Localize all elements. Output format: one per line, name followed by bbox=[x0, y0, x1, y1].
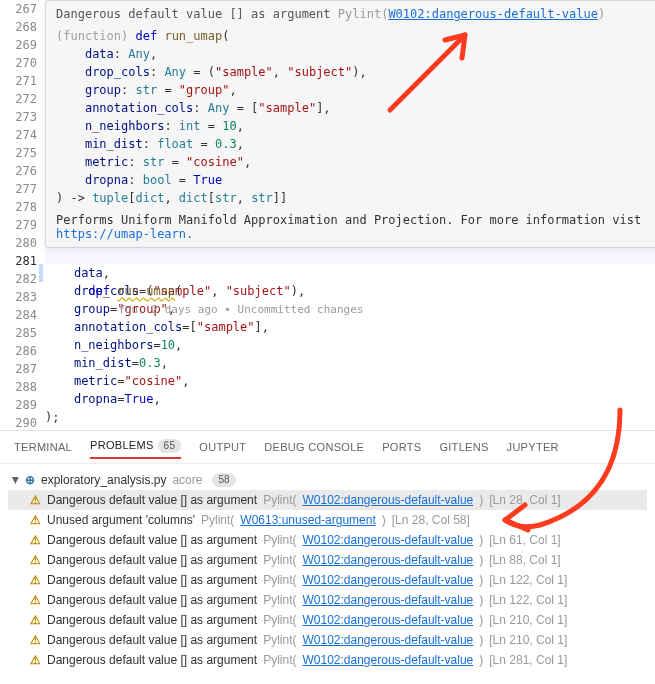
line-number: 271 bbox=[0, 72, 37, 90]
problem-code-link[interactable]: W0102:dangerous-default-value bbox=[302, 593, 473, 607]
problem-row[interactable]: ⚠ Dangerous default value [] as argument… bbox=[8, 570, 647, 590]
hover-doc-link[interactable]: https://umap-learn. bbox=[56, 227, 193, 241]
line-number: 274 bbox=[0, 126, 37, 144]
problem-source: Pylint( bbox=[263, 653, 296, 667]
line-number: 275 bbox=[0, 144, 37, 162]
problem-position: [Ln 28, Col 1] bbox=[489, 493, 560, 507]
problem-code-link[interactable]: W0102:dangerous-default-value bbox=[302, 633, 473, 647]
line-number: 288 bbox=[0, 378, 37, 396]
tab-terminal[interactable]: TERMINAL bbox=[14, 441, 72, 457]
current-line-marker bbox=[39, 264, 43, 282]
code-line-close[interactable]: ); bbox=[45, 408, 655, 426]
line-number: 269 bbox=[0, 36, 37, 54]
line-number: 285 bbox=[0, 324, 37, 342]
bottom-panel[interactable]: TERMINAL PROBLEMS65 OUTPUT DEBUG CONSOLE… bbox=[0, 430, 655, 684]
problem-source: Pylint( bbox=[263, 633, 296, 647]
problem-row[interactable]: ⚠ Dangerous default value [] as argument… bbox=[8, 650, 647, 670]
warning-icon: ⚠ bbox=[30, 593, 41, 607]
hover-code-link[interactable]: W0102:dangerous-default-value bbox=[388, 7, 598, 21]
problem-row[interactable]: ⚠ Dangerous default value [] as argument… bbox=[8, 490, 647, 510]
hover-source: Pylint( bbox=[338, 7, 389, 21]
problem-source: Pylint( bbox=[263, 553, 296, 567]
codelens-blame: You, 2 days ago • Uncommitted changes bbox=[118, 303, 363, 316]
problem-code-link[interactable]: W0102:dangerous-default-value bbox=[302, 653, 473, 667]
problem-message: Dangerous default value [] as argument bbox=[47, 593, 257, 607]
tab-gitlens[interactable]: GITLENS bbox=[439, 441, 488, 457]
problems-count-badge: 65 bbox=[158, 439, 182, 453]
line-number: 283 bbox=[0, 288, 37, 306]
editor-region[interactable]: 2672682692702712722732742752762772782792… bbox=[0, 0, 655, 430]
problem-position: [Ln 61, Col 1] bbox=[489, 533, 560, 547]
problem-row[interactable]: ⚠ Dangerous default value [] as argument… bbox=[8, 550, 647, 570]
tab-problems[interactable]: PROBLEMS65 bbox=[90, 439, 181, 459]
problem-code-link[interactable]: W0102:dangerous-default-value bbox=[302, 493, 473, 507]
tab-output[interactable]: OUTPUT bbox=[199, 441, 246, 457]
chevron-down-icon[interactable]: ▶ bbox=[11, 477, 21, 484]
line-number: 279 bbox=[0, 216, 37, 234]
code-line[interactable]: metric="cosine", bbox=[45, 372, 655, 390]
line-number: 280 bbox=[0, 234, 37, 252]
problem-message: Dangerous default value [] as argument bbox=[47, 653, 257, 667]
line-number: 270 bbox=[0, 54, 37, 72]
hover-message: Dangerous default value [] as argument bbox=[56, 7, 331, 21]
panel-tabs[interactable]: TERMINAL PROBLEMS65 OUTPUT DEBUG CONSOLE… bbox=[0, 431, 655, 464]
problem-source: Pylint( bbox=[263, 593, 296, 607]
problem-source: Pylint( bbox=[201, 513, 234, 527]
code-line[interactable]: dropna=True, bbox=[45, 390, 655, 408]
code-line-def[interactable]: def run umap( You, 2 days ago • Uncommit… bbox=[45, 246, 655, 264]
problem-source: Pylint( bbox=[263, 613, 296, 627]
problems-file-row[interactable]: ▶ ⊕ exploratory_analysis.py acore 58 bbox=[8, 470, 647, 490]
problem-code-link[interactable]: W0102:dangerous-default-value bbox=[302, 573, 473, 587]
problems-file-folder: acore bbox=[172, 473, 202, 487]
warning-icon: ⚠ bbox=[30, 633, 41, 647]
warning-icon: ⚠ bbox=[30, 513, 41, 527]
problem-code-link[interactable]: W0102:dangerous-default-value bbox=[302, 533, 473, 547]
problem-position: [Ln 88, Col 1] bbox=[489, 553, 560, 567]
problem-source: Pylint( bbox=[263, 493, 296, 507]
line-number: 277 bbox=[0, 180, 37, 198]
line-number: 290 bbox=[0, 414, 37, 432]
line-number: 284 bbox=[0, 306, 37, 324]
problems-body[interactable]: ▶ ⊕ exploratory_analysis.py acore 58 ⚠ D… bbox=[0, 464, 655, 676]
line-number: 281 bbox=[0, 252, 37, 270]
line-number: 276 bbox=[0, 162, 37, 180]
code-line[interactable]: data, bbox=[45, 264, 655, 282]
problem-position: [Ln 28, Col 58] bbox=[392, 513, 470, 527]
warning-icon: ⚠ bbox=[30, 653, 41, 667]
problem-row[interactable]: ⚠ Dangerous default value [] as argument… bbox=[8, 590, 647, 610]
warning-icon: ⚠ bbox=[30, 553, 41, 567]
problem-message: Dangerous default value [] as argument bbox=[47, 553, 257, 567]
problem-message: Dangerous default value [] as argument bbox=[47, 493, 257, 507]
code-line[interactable]: annotation_cols=["sample"], bbox=[45, 318, 655, 336]
problem-row[interactable]: ⚠ Dangerous default value [] as argument… bbox=[8, 630, 647, 650]
warning-icon: ⚠ bbox=[30, 613, 41, 627]
warning-icon: ⚠ bbox=[30, 573, 41, 587]
problem-source: Pylint( bbox=[263, 573, 296, 587]
code-line[interactable]: min_dist=0.3, bbox=[45, 354, 655, 372]
problem-message: Dangerous default value [] as argument bbox=[47, 613, 257, 627]
problem-message: Dangerous default value [] as argument bbox=[47, 573, 257, 587]
problem-row[interactable]: ⚠ Unused argument 'columns' Pylint(W0613… bbox=[8, 510, 647, 530]
python-file-icon: ⊕ bbox=[25, 473, 35, 487]
hover-doc: Performs Uniform Manifold Approximation … bbox=[56, 213, 655, 241]
tab-ports[interactable]: PORTS bbox=[382, 441, 421, 457]
line-number: 289 bbox=[0, 396, 37, 414]
code-area[interactable]: Dangerous default value [] as argument P… bbox=[45, 0, 655, 430]
problem-code-link[interactable]: W0613:unused-argument bbox=[240, 513, 375, 527]
line-number: 286 bbox=[0, 342, 37, 360]
problem-message: Dangerous default value [] as argument bbox=[47, 533, 257, 547]
problem-code-link[interactable]: W0102:dangerous-default-value bbox=[302, 613, 473, 627]
code-line[interactable]: n_neighbors=10, bbox=[45, 336, 655, 354]
problem-position: [Ln 210, Col 1] bbox=[489, 633, 567, 647]
warning-icon: ⚠ bbox=[30, 533, 41, 547]
problem-code-link[interactable]: W0102:dangerous-default-value bbox=[302, 553, 473, 567]
problem-row[interactable]: ⚠ Dangerous default value [] as argument… bbox=[8, 610, 647, 630]
tab-debug-console[interactable]: DEBUG CONSOLE bbox=[264, 441, 364, 457]
problem-message: Dangerous default value [] as argument bbox=[47, 633, 257, 647]
line-number: 272 bbox=[0, 90, 37, 108]
problem-list[interactable]: ⚠ Dangerous default value [] as argument… bbox=[8, 490, 647, 670]
problem-row[interactable]: ⚠ Dangerous default value [] as argument… bbox=[8, 530, 647, 550]
tab-jupyter[interactable]: JUPYTER bbox=[507, 441, 559, 457]
problems-file-name: exploratory_analysis.py bbox=[41, 473, 166, 487]
problem-position: [Ln 210, Col 1] bbox=[489, 613, 567, 627]
